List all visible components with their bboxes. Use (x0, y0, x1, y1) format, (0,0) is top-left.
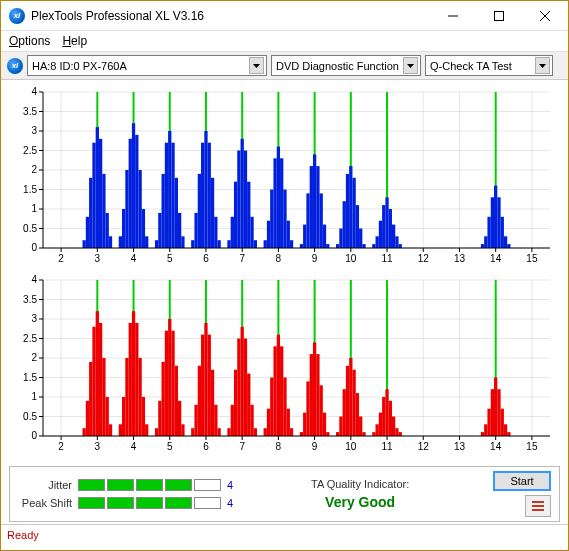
svg-rect-281 (191, 428, 194, 436)
svg-rect-274 (162, 362, 165, 436)
svg-text:1.5: 1.5 (23, 184, 37, 195)
chevron-down-icon (249, 57, 264, 74)
svg-rect-132 (277, 147, 280, 248)
device-select[interactable]: HA:8 ID:0 PX-760A (27, 55, 267, 76)
svg-rect-139 (306, 193, 309, 248)
svg-rect-330 (385, 389, 388, 436)
svg-rect-297 (250, 405, 253, 436)
svg-rect-129 (267, 221, 270, 248)
svg-rect-98 (138, 170, 141, 248)
svg-rect-169 (497, 197, 500, 248)
svg-rect-307 (290, 428, 293, 436)
svg-rect-254 (83, 428, 86, 436)
svg-rect-161 (392, 225, 395, 248)
svg-rect-315 (323, 413, 326, 436)
svg-text:4: 4 (31, 274, 37, 285)
svg-rect-111 (194, 213, 197, 248)
svg-rect-311 (310, 354, 313, 436)
svg-rect-154 (362, 244, 365, 248)
svg-rect-115 (208, 143, 211, 248)
svg-text:10: 10 (345, 253, 357, 264)
svg-rect-137 (300, 244, 303, 248)
svg-rect-83 (83, 240, 86, 248)
svg-rect-170 (501, 217, 504, 248)
svg-rect-304 (280, 346, 283, 436)
jitter-value: 4 (227, 479, 241, 491)
device-select-value: HA:8 ID:0 PX-760A (32, 60, 245, 72)
svg-rect-105 (168, 131, 171, 248)
svg-rect-120 (231, 217, 234, 248)
jitter-bars (78, 479, 221, 491)
results-panel: Jitter 4 Peak Shift 4 TA Quality Indicat… (9, 466, 560, 522)
options-button[interactable] (525, 495, 551, 517)
svg-rect-117 (214, 217, 217, 248)
svg-rect-1 (495, 11, 504, 20)
svg-rect-162 (395, 236, 398, 248)
svg-rect-118 (217, 240, 220, 248)
svg-rect-310 (306, 381, 309, 436)
svg-rect-143 (320, 193, 323, 248)
svg-rect-135 (287, 221, 290, 248)
menu-help[interactable]: Help (62, 34, 87, 48)
svg-rect-300 (267, 409, 270, 436)
svg-rect-88 (99, 139, 102, 248)
svg-rect-159 (385, 197, 388, 248)
svg-rect-262 (109, 424, 112, 436)
maximize-button[interactable] (476, 1, 522, 30)
svg-text:4: 4 (131, 441, 137, 452)
svg-rect-130 (270, 190, 273, 249)
svg-text:3: 3 (31, 125, 37, 136)
svg-rect-270 (142, 397, 145, 436)
quality-label: TA Quality Indicator: (311, 478, 409, 490)
svg-text:9: 9 (312, 253, 318, 264)
svg-rect-285 (204, 323, 207, 436)
svg-rect-348 (532, 509, 544, 511)
device-icon: xl (7, 58, 23, 74)
titlebar: xl PlexTools Professional XL V3.16 (1, 1, 568, 31)
svg-rect-279 (178, 401, 181, 436)
svg-rect-140 (310, 166, 313, 248)
close-button[interactable] (522, 1, 568, 30)
minimize-button[interactable] (430, 1, 476, 30)
svg-rect-271 (145, 424, 148, 436)
svg-text:5: 5 (167, 441, 173, 452)
svg-rect-263 (119, 424, 122, 436)
svg-rect-288 (214, 405, 217, 436)
svg-rect-92 (119, 236, 122, 248)
svg-text:2: 2 (58, 253, 64, 264)
svg-rect-160 (389, 209, 392, 248)
svg-rect-91 (109, 236, 112, 248)
svg-text:5: 5 (167, 253, 173, 264)
svg-rect-84 (86, 217, 89, 248)
menu-options[interactable]: Options (9, 34, 50, 48)
svg-rect-321 (349, 358, 352, 436)
svg-rect-97 (135, 135, 138, 248)
svg-rect-289 (217, 428, 220, 436)
svg-rect-90 (106, 213, 109, 248)
svg-rect-113 (201, 143, 204, 248)
svg-rect-158 (382, 205, 385, 248)
svg-rect-257 (92, 327, 95, 436)
svg-rect-283 (198, 366, 201, 436)
svg-text:7: 7 (239, 253, 245, 264)
svg-rect-326 (372, 432, 375, 436)
svg-rect-150 (349, 166, 352, 248)
start-button[interactable]: Start (493, 471, 551, 491)
svg-text:2.5: 2.5 (23, 333, 37, 344)
svg-rect-269 (138, 358, 141, 436)
svg-rect-133 (280, 158, 283, 248)
function-select[interactable]: DVD Diagnostic Functions (271, 55, 421, 76)
svg-text:13: 13 (454, 253, 466, 264)
svg-text:7: 7 (239, 441, 245, 452)
svg-rect-172 (507, 244, 510, 248)
svg-rect-114 (204, 131, 207, 248)
test-select[interactable]: Q-Check TA Test (425, 55, 553, 76)
function-select-value: DVD Diagnostic Functions (276, 60, 399, 72)
svg-text:2: 2 (58, 441, 64, 452)
svg-rect-147 (339, 229, 342, 249)
svg-rect-93 (122, 209, 125, 248)
svg-text:8: 8 (276, 441, 282, 452)
peak-shift-bars (78, 497, 221, 509)
app-icon: xl (9, 8, 25, 24)
test-select-value: Q-Check TA Test (430, 60, 531, 72)
